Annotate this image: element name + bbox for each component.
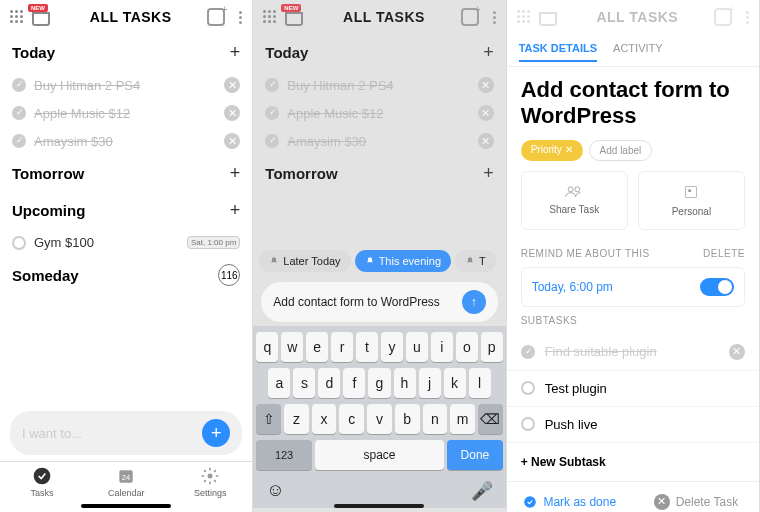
chip-tomorrow[interactable]: T <box>455 250 496 272</box>
quick-add-input[interactable]: I want to... + <box>10 411 242 455</box>
personal-card[interactable]: Personal <box>638 171 745 230</box>
check-icon[interactable] <box>521 417 535 431</box>
add-today-button[interactable]: + <box>230 42 241 63</box>
key-backspace[interactable]: ⌫ <box>478 404 503 434</box>
mark-done-button[interactable]: Mark as done <box>507 482 633 512</box>
someday-count: 116 <box>218 264 240 286</box>
key-q[interactable]: q <box>256 332 278 362</box>
section-someday-label: Someday <box>12 267 79 284</box>
check-icon[interactable] <box>12 78 26 92</box>
shopping-bag-icon[interactable]: NEW <box>285 6 307 28</box>
more-icon[interactable] <box>239 11 242 24</box>
task-row[interactable]: Amaysim $30✕ <box>0 127 252 155</box>
delete-icon[interactable]: ✕ <box>224 133 240 149</box>
new-task-icon[interactable] <box>461 8 479 26</box>
topbar: NEW ALL TASKS <box>253 0 505 34</box>
tab-calendar[interactable]: 24Calendar <box>84 466 168 498</box>
check-icon[interactable] <box>12 106 26 120</box>
emoji-icon[interactable]: ☺ <box>266 480 284 502</box>
header-title[interactable]: ALL TASKS <box>315 9 452 25</box>
section-someday: Someday 116 <box>0 256 252 294</box>
tab-tasks[interactable]: Tasks <box>0 466 84 498</box>
tab-task-details[interactable]: TASK DETAILS <box>519 42 597 62</box>
section-tomorrow-label: Tomorrow <box>12 165 84 182</box>
svg-point-0 <box>34 468 51 485</box>
home-indicator <box>334 504 424 508</box>
send-button[interactable]: ↑ <box>462 290 486 314</box>
menu-grid-icon[interactable] <box>263 10 277 24</box>
section-tomorrow: Tomorrow + <box>0 155 252 192</box>
task-row[interactable]: Buy Hitman 2 PS4✕ <box>0 71 252 99</box>
key-shift[interactable]: ⇧ <box>256 404 281 434</box>
svg-point-8 <box>525 496 537 508</box>
labels-row: Priority ✕ Add label <box>507 140 759 171</box>
screen-task-list: NEW ALL TASKS Today + Buy Hitman 2 PS4✕ … <box>0 0 253 512</box>
subtask-row[interactable]: Find suitable plugin✕ <box>507 334 759 371</box>
keyboard: qwertyuiop asdfghjkl ⇧zxcvbnm⌫ 123spaceD… <box>253 326 505 508</box>
key-space[interactable]: space <box>315 440 444 470</box>
reminder-toggle[interactable] <box>700 278 734 296</box>
check-icon[interactable] <box>12 134 26 148</box>
reminder-chips: Later Today This evening T <box>253 244 505 278</box>
key-123[interactable]: 123 <box>256 440 311 470</box>
chip-this-evening[interactable]: This evening <box>355 250 451 272</box>
subtasks-header: SUBTASKS <box>521 315 578 326</box>
time-badge: Sat, 1:00 pm <box>187 236 240 249</box>
new-subtask-button[interactable]: + New Subtask <box>507 443 759 481</box>
add-tomorrow-button[interactable]: + <box>230 163 241 184</box>
delete-reminder[interactable]: DELETE <box>703 248 745 259</box>
screen-task-detail: ALL TASKS TASK DETAILS ACTIVITY Add cont… <box>507 0 760 512</box>
section-today: Today + <box>0 34 252 71</box>
topbar-faded: ALL TASKS <box>507 0 759 34</box>
delete-icon[interactable]: ✕ <box>224 105 240 121</box>
detail-tabs: TASK DETAILS ACTIVITY <box>507 34 759 67</box>
delete-icon[interactable]: ✕ <box>224 77 240 93</box>
more-icon[interactable] <box>493 11 496 24</box>
section-upcoming-label: Upcoming <box>12 202 85 219</box>
reminder-row[interactable]: Today, 6:00 pm <box>521 267 745 307</box>
header-title[interactable]: ALL TASKS <box>62 9 199 25</box>
mic-icon[interactable]: 🎤 <box>471 480 493 502</box>
section-upcoming: Upcoming + <box>0 192 252 229</box>
bottom-tabbar: Tasks 24Calendar Settings <box>0 461 252 502</box>
task-title: Add contact form to WordPress <box>507 67 759 140</box>
quick-add-placeholder: I want to... <box>22 426 202 441</box>
check-icon[interactable] <box>521 381 535 395</box>
action-cards: Share Task Personal <box>507 171 759 240</box>
bottom-actions: Mark as done ✕Delete Task <box>507 481 759 512</box>
reminder-time: Today, 6:00 pm <box>532 280 613 294</box>
delete-icon[interactable]: ✕ <box>729 344 745 360</box>
compose-input[interactable]: Add contact form to WordPress ↑ <box>261 282 497 322</box>
svg-rect-7 <box>689 189 692 192</box>
shopping-bag-icon[interactable]: NEW <box>32 6 54 28</box>
add-label-button[interactable]: Add label <box>589 140 653 161</box>
share-task-card[interactable]: Share Task <box>521 171 628 230</box>
priority-label[interactable]: Priority ✕ <box>521 140 583 161</box>
check-icon[interactable] <box>521 345 535 359</box>
chip-later-today[interactable]: Later Today <box>259 250 350 272</box>
tab-activity[interactable]: ACTIVITY <box>613 42 663 62</box>
key-done[interactable]: Done <box>447 440 502 470</box>
add-upcoming-button[interactable]: + <box>230 200 241 221</box>
check-icon[interactable] <box>12 236 26 250</box>
home-indicator <box>81 504 171 508</box>
tab-settings[interactable]: Settings <box>168 466 252 498</box>
screen-compose: NEW ALL TASKS Today+ Buy Hitman 2 PS4✕ A… <box>253 0 506 512</box>
menu-grid-icon[interactable] <box>10 10 24 24</box>
remind-header: REMIND ME ABOUT THIS <box>521 248 650 259</box>
subtask-row[interactable]: Test plugin <box>507 371 759 407</box>
topbar: NEW ALL TASKS <box>0 0 252 34</box>
svg-point-4 <box>568 187 573 192</box>
svg-point-5 <box>575 187 580 192</box>
delete-task-button[interactable]: ✕Delete Task <box>633 482 759 512</box>
section-today-label: Today <box>12 44 55 61</box>
svg-point-3 <box>208 474 213 479</box>
task-row[interactable]: Gym $100Sat, 1:00 pm <box>0 229 252 256</box>
compose-text: Add contact form to WordPress <box>273 295 455 309</box>
task-row[interactable]: Apple Music $12✕ <box>0 99 252 127</box>
add-button[interactable]: + <box>202 419 230 447</box>
new-task-icon[interactable] <box>207 8 225 26</box>
svg-text:24: 24 <box>122 473 130 482</box>
subtask-row[interactable]: Push live <box>507 407 759 443</box>
